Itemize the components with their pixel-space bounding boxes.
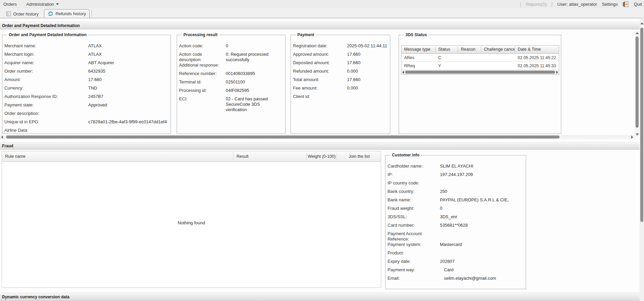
- section-gap: [0, 139, 640, 142]
- field-row-unique-id: Unique id in EPG:c7829a01-2fbe-4af3-9f99…: [4, 119, 169, 128]
- field-row-acquirer-name: Acquirer name:ABT Acquirer: [4, 60, 169, 69]
- user-label: User: atlax_operator: [557, 2, 597, 7]
- field-row-processing-id: Processing id:04IF082595: [179, 88, 283, 96]
- field-label: Unique id in EPG:: [4, 119, 88, 125]
- field-row-3ds-ssl: 3DS/SSL:3DS_enr: [388, 214, 524, 223]
- field-label: Acquirer name:: [4, 60, 88, 66]
- scroll-right-arrow-icon[interactable]: [631, 135, 633, 139]
- field-label: Deposited amount:: [293, 60, 347, 66]
- field-value: SLIM EL AYACHI: [440, 164, 473, 169]
- field-label: Payment system:: [388, 242, 440, 247]
- section-header-dcc: Dynamic currency conversion data: [0, 293, 640, 301]
- menu-quit[interactable]: Quit: [634, 2, 642, 7]
- panel-horizontal-scrollbar[interactable]: [0, 135, 634, 139]
- field-label: Payment Account Reference:: [388, 231, 440, 242]
- field-label: Product:: [388, 250, 440, 256]
- field-label: IP:: [388, 172, 440, 177]
- page-vertical-scrollbar[interactable]: [640, 19, 644, 301]
- section-header-order-payment: Order and Payment Detailed Information: [0, 22, 640, 29]
- field-value: TND: [88, 85, 97, 91]
- chevron-down-icon: [56, 3, 59, 5]
- scroll-down-arrow-icon[interactable]: [636, 133, 639, 135]
- processing-result-panel: Processing result Action code:0 Action c…: [177, 32, 286, 134]
- field-value: 001406033895: [226, 71, 282, 76]
- field-row-card-number: Card number:535681**0628: [388, 223, 524, 231]
- field-value: 0.000: [347, 85, 358, 91]
- scroll-left-arrow-icon[interactable]: [1, 135, 3, 139]
- field-row-fraud-weight: Fraud weight:0: [388, 206, 524, 214]
- column-header-weight: Weight (0-100): [307, 153, 337, 160]
- column-header-date-time: Date & Time: [515, 47, 559, 52]
- field-value: 0: [440, 206, 442, 211]
- menu-administration-label: Administration: [26, 2, 54, 7]
- field-label: Total amount:: [293, 77, 347, 82]
- field-label: Client id:: [293, 94, 347, 99]
- menu-separator: |: [551, 1, 553, 7]
- field-row-auth-response-id: Authorization Response ID:2457B7: [4, 94, 169, 102]
- scrollbar-thumb[interactable]: [405, 71, 555, 74]
- cell-message-type: ARes: [401, 55, 436, 60]
- field-value: Mastercard: [440, 242, 462, 247]
- column-header-reason: Reason: [458, 47, 481, 52]
- field-row-fee-amount: Fee amount:0.000: [293, 85, 388, 94]
- menu-settings[interactable]: Settings: [602, 2, 618, 7]
- scrollbar-thumb[interactable]: [640, 28, 643, 222]
- field-label: Processing id:: [179, 88, 226, 93]
- field-row-bank-name: Bank name:PAYPAL (EUROPE) S.A.R.L & CIE,: [388, 197, 524, 206]
- scroll-right-arrow-icon[interactable]: [556, 71, 558, 74]
- cell-status: C: [436, 55, 458, 60]
- column-header-status: Status: [436, 47, 458, 52]
- field-row-payment-way: Payment way:Card: [388, 267, 524, 276]
- tab-strip: Order history Refunds history: [0, 8, 644, 18]
- tab-order-history[interactable]: Order history: [3, 10, 42, 18]
- panel-vertical-scrollbar[interactable]: [635, 31, 640, 136]
- field-row-product: Product:: [388, 250, 524, 259]
- field-row-action-code: Action code:0: [179, 43, 283, 52]
- field-value: 02 - Card has passed SecureCode 3DS veri…: [226, 96, 282, 112]
- scroll-left-arrow-icon[interactable]: [402, 71, 404, 74]
- table-row[interactable]: ARes C 02.05.2025 11:45:22: [401, 54, 559, 62]
- field-row-reference-number: Reference number:001406033895: [179, 71, 283, 79]
- fraud-table: Rule name Result Weight (0-100) Join the…: [2, 151, 381, 288]
- field-row-approved-amount: Approved amount:17.660: [293, 52, 388, 60]
- field-label: Payment way:: [388, 267, 440, 273]
- table-row[interactable]: RReq Y 02.05.2025 11:45:33: [401, 62, 559, 70]
- field-value: 6432935: [88, 69, 105, 74]
- cell-status: Y: [436, 64, 458, 68]
- field-label: Card number:: [388, 223, 440, 228]
- scrollbar-thumb[interactable]: [636, 36, 639, 128]
- menu-administration[interactable]: Administration: [22, 2, 64, 7]
- menu-reports[interactable]: Reports(0): [526, 2, 546, 7]
- processing-result-legend: Processing result: [182, 32, 219, 37]
- field-label: Fraud weight:: [388, 206, 440, 211]
- field-row-payment-state: Payment state:Approved: [4, 102, 169, 111]
- scrollbar-thumb[interactable]: [6, 135, 560, 139]
- field-label: Bank country:: [388, 189, 440, 194]
- cell-datetime: 02.05.2025 11:45:22: [515, 55, 559, 60]
- cell-message-type: RReq: [401, 64, 436, 68]
- field-label: Registration date:: [293, 43, 347, 49]
- field-row-additional-response: Additional response:: [179, 62, 283, 71]
- refund-arrow-icon: [48, 11, 53, 16]
- field-value: Card: [440, 267, 453, 273]
- field-label: Refunded amount:: [293, 69, 347, 74]
- field-label: Cardholder name:: [388, 164, 440, 169]
- field-value: 17.660: [88, 77, 102, 82]
- document-icon: [6, 11, 11, 17]
- field-row-payment-system: Payment system:Mastercard: [388, 242, 524, 250]
- field-label: Action code description:: [179, 52, 226, 62]
- field-label: Expiry date:: [388, 259, 440, 264]
- column-header-result: Result: [233, 153, 307, 160]
- scroll-up-arrow-icon[interactable]: [640, 22, 644, 24]
- field-row-amount: Amount:17.660: [4, 77, 169, 85]
- tab-refunds-history[interactable]: Refunds history: [44, 9, 90, 18]
- column-header-rule-name: Rule name: [2, 153, 233, 160]
- scroll-up-arrow-icon[interactable]: [636, 32, 639, 34]
- field-row-terminal-id: Terminal id:02501100: [179, 79, 283, 88]
- exit-door-icon[interactable]: [622, 1, 629, 7]
- threeds-horizontal-scrollbar[interactable]: [401, 70, 559, 74]
- field-row-total-amount: Total amount:17.660: [293, 77, 388, 85]
- field-label: Merchant login:: [4, 52, 88, 57]
- field-label: Email:: [388, 276, 440, 281]
- menu-orders[interactable]: Orders: [0, 2, 22, 7]
